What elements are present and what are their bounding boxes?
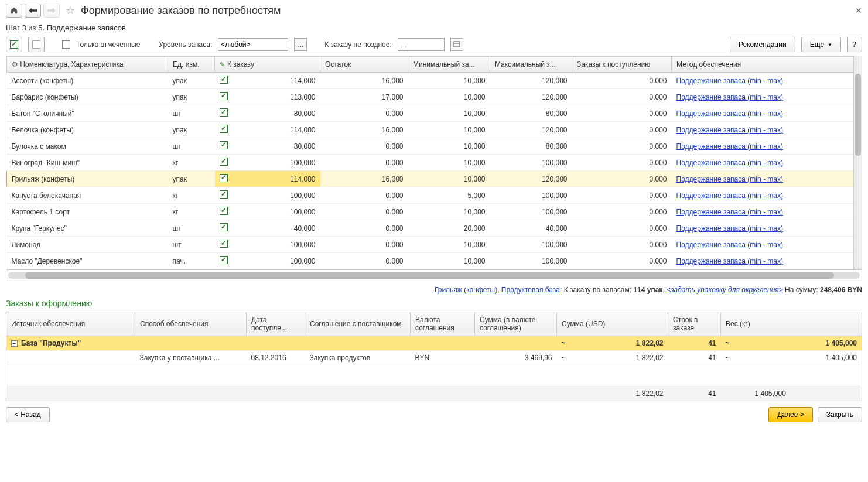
svg-rect-0: [454, 42, 460, 47]
check-all-button[interactable]: [6, 37, 22, 52]
method-link[interactable]: Поддержание запаса (min - max): [676, 159, 783, 167]
uncheck-all-button[interactable]: [28, 37, 45, 52]
order-by-label: К заказу не позднее:: [324, 40, 391, 49]
info-item-link[interactable]: Грильяж (конфеты): [435, 286, 497, 294]
row-checkbox: [220, 174, 228, 182]
table-row[interactable]: Картофель 1 сорткг100,0000.00010,000100,…: [7, 204, 862, 220]
stock-level-label: Уровень запаса:: [159, 40, 212, 49]
col-unit[interactable]: Ед. изм.: [168, 57, 215, 73]
method-link[interactable]: Поддержание запаса (min - max): [676, 93, 783, 101]
table-row[interactable]: Крупа "Геркулес"шт40,0000.00020,00040,00…: [7, 220, 862, 237]
table-row[interactable]: Капуста белокачанаякг100,0000.0005,00010…: [7, 187, 862, 204]
row-checkbox: [220, 240, 228, 248]
table-row[interactable]: Лимонадшт100,0000.00010,000100,0000.000П…: [7, 237, 862, 253]
method-link[interactable]: Поддержание запаса (min - max): [676, 192, 783, 200]
table-row[interactable]: Масло "Деревенское"пач.100,0000.00010,00…: [7, 253, 862, 269]
only-checked-checkbox[interactable]: [62, 40, 70, 49]
next-step-button[interactable]: Далее >: [768, 407, 813, 422]
horizontal-scrollbar[interactable]: [6, 270, 862, 281]
method-link[interactable]: Поддержание запаса (min - max): [676, 208, 783, 216]
pencil-icon: ✎: [220, 61, 225, 68]
vertical-scrollbar[interactable]: [853, 56, 862, 269]
row-checkbox: [220, 158, 228, 166]
row-checkbox: [220, 256, 228, 264]
back-step-button[interactable]: < Назад: [6, 407, 50, 422]
more-menu-button[interactable]: Еще ▼: [801, 37, 841, 52]
col-nomenclature[interactable]: ⚙ Номенклатура, Характеристика: [7, 57, 168, 73]
order-by-date-input[interactable]: [398, 38, 445, 51]
table-row[interactable]: Грильяж (конфеты)упак114,00016,00010,000…: [7, 171, 862, 187]
method-link[interactable]: Поддержание запаса (min - max): [676, 175, 783, 183]
only-checked-label: Только отмеченные: [76, 40, 140, 49]
row-checkbox: [220, 125, 228, 133]
forward-button[interactable]: [43, 4, 60, 18]
table-row[interactable]: Булочка с макомшт80,0000.00010,00080,000…: [7, 138, 862, 155]
method-link[interactable]: Поддержание запаса (min - max): [676, 142, 783, 151]
ocol-agree[interactable]: Соглашение с поставщиком: [305, 312, 411, 336]
info-base-link[interactable]: Продуктовая база: [501, 286, 560, 294]
chevron-down-icon: ▼: [828, 42, 832, 47]
method-link[interactable]: Поддержание запаса (min - max): [676, 241, 783, 249]
method-link[interactable]: Поддержание запаса (min - max): [676, 126, 783, 134]
method-link[interactable]: Поддержание запаса (min - max): [676, 77, 783, 85]
col-max[interactable]: Максимальный з...: [490, 57, 572, 73]
row-checkbox: [220, 141, 228, 149]
orders-empty-row: [6, 365, 862, 387]
table-row[interactable]: Батон "Столичный"шт80,0000.00010,00080,0…: [7, 105, 862, 122]
ocol-sum-usd[interactable]: Сумма (USD): [557, 312, 668, 336]
orders-footer-row: 1 822,02 41 1 405,000: [6, 387, 862, 401]
close-button[interactable]: Закрыть: [818, 407, 862, 422]
orders-table: Источник обеспечения Способ обеспечения …: [6, 312, 862, 401]
ocol-weight[interactable]: Вес (кг): [721, 312, 862, 336]
method-link[interactable]: Поддержание запаса (min - max): [676, 224, 783, 233]
method-link[interactable]: Поддержание запаса (min - max): [676, 257, 783, 265]
ocol-sum-curr[interactable]: Сумма (в валюте соглашения): [475, 312, 557, 336]
stock-level-picker-button[interactable]: ...: [294, 38, 307, 51]
ocol-curr[interactable]: Валюта соглашения: [411, 312, 475, 336]
step-indicator: Шаг 3 из 5. Поддержание запасов: [6, 23, 862, 32]
recommendations-button[interactable]: Рекомендации: [730, 37, 795, 52]
ocol-lines[interactable]: Строк в заказе: [668, 312, 721, 336]
calendar-button[interactable]: [450, 38, 463, 51]
row-checkbox: [220, 223, 228, 231]
row-checkbox: [220, 207, 228, 215]
stock-level-select[interactable]: [218, 38, 288, 51]
favorite-icon[interactable]: ☆: [66, 4, 75, 17]
back-button[interactable]: [25, 4, 41, 18]
method-link[interactable]: Поддержание запаса (min - max): [676, 110, 783, 118]
close-icon[interactable]: ✕: [855, 6, 862, 15]
table-row[interactable]: Белочка (конфеты)упак114,00016,00010,000…: [7, 122, 862, 138]
col-method[interactable]: Метод обеспечения: [672, 57, 862, 73]
table-row[interactable]: Барбарис (конфеты)упак113,00017,00010,00…: [7, 89, 862, 105]
row-checkbox: [220, 108, 228, 117]
ocol-src[interactable]: Источник обеспечения: [6, 312, 135, 336]
help-button[interactable]: ?: [847, 37, 862, 52]
info-summary: Грильяж (конфеты), Продуктовая база: К з…: [6, 286, 862, 294]
row-checkbox: [220, 76, 228, 84]
col-to-order[interactable]: ✎К заказу: [215, 57, 320, 73]
orders-group-row[interactable]: −База "Продукты" ~ 1 822,02 41 ~ 1 405,0…: [6, 336, 862, 351]
orders-section-title: Заказы к оформлению: [6, 299, 862, 308]
gear-icon: ⚙: [12, 60, 18, 69]
info-sum: 248,406 BYN: [820, 286, 862, 294]
home-button[interactable]: [6, 4, 22, 18]
info-pack-link[interactable]: <задать упаковку для округления>: [667, 286, 783, 294]
collapse-icon[interactable]: −: [11, 340, 18, 347]
info-qty: 114 упак: [633, 286, 662, 294]
page-title: Формирование заказов по потребностям: [81, 5, 281, 17]
col-rest[interactable]: Остаток: [320, 57, 408, 73]
row-checkbox: [220, 190, 228, 199]
row-checkbox: [220, 92, 228, 100]
col-min[interactable]: Минимальный за...: [408, 57, 490, 73]
col-incoming[interactable]: Заказы к поступлению: [572, 57, 672, 73]
ocol-date[interactable]: Дата поступле...: [247, 312, 305, 336]
table-row[interactable]: Ассорти (конфеты)упак114,00016,00010,000…: [7, 73, 862, 89]
orders-row[interactable]: Закупка у поставщика ... 08.12.2016 Заку…: [6, 351, 862, 365]
items-table: ⚙ Номенклатура, Характеристика Ед. изм. …: [6, 56, 862, 270]
ocol-method[interactable]: Способ обеспечения: [135, 312, 247, 336]
table-row[interactable]: Виноград "Киш-миш"кг100,0000.00010,00010…: [7, 155, 862, 171]
